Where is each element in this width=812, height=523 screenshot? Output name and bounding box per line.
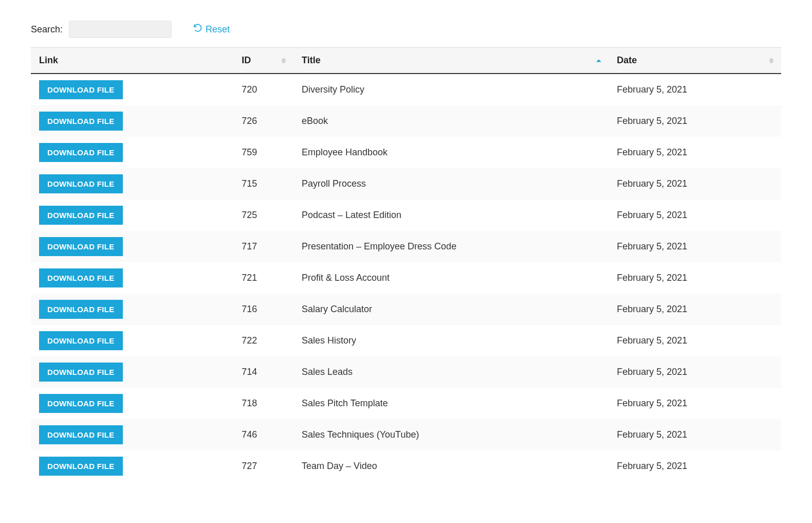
- reset-link[interactable]: Reset: [193, 24, 230, 35]
- cell-date: February 5, 2021: [608, 388, 781, 419]
- cell-title: Presentation – Employee Dress Code: [293, 231, 608, 262]
- table-row: DOWNLOAD FILE715Payroll ProcessFebruary …: [31, 168, 781, 200]
- download-button[interactable]: DOWNLOAD FILE: [39, 237, 123, 256]
- table-row: DOWNLOAD FILE721Profit & Loss AccountFeb…: [31, 262, 781, 294]
- cell-link: DOWNLOAD FILE: [31, 294, 233, 325]
- table-row: DOWNLOAD FILE718Sales Pitch TemplateFebr…: [31, 388, 781, 419]
- table-row: DOWNLOAD FILE722Sales HistoryFebruary 5,…: [31, 325, 781, 356]
- download-button[interactable]: DOWNLOAD FILE: [39, 268, 123, 287]
- cell-link: DOWNLOAD FILE: [31, 137, 233, 168]
- search-input[interactable]: [69, 21, 172, 38]
- cell-date: February 5, 2021: [608, 137, 781, 168]
- table-row: DOWNLOAD FILE714Sales LeadsFebruary 5, 2…: [31, 356, 781, 388]
- cell-id: 722: [233, 325, 293, 356]
- download-button[interactable]: DOWNLOAD FILE: [39, 174, 123, 193]
- cell-link: DOWNLOAD FILE: [31, 419, 233, 450]
- download-button[interactable]: DOWNLOAD FILE: [39, 425, 123, 444]
- cell-title: Profit & Loss Account: [293, 262, 608, 294]
- cell-date: February 5, 2021: [608, 231, 781, 262]
- cell-date: February 5, 2021: [608, 450, 781, 482]
- cell-link: DOWNLOAD FILE: [31, 388, 233, 419]
- cell-title: Sales Techniques (YouTube): [293, 419, 608, 450]
- sort-icon: [281, 58, 286, 63]
- table-row: DOWNLOAD FILE725Podcast – Latest Edition…: [31, 200, 781, 231]
- cell-link: DOWNLOAD FILE: [31, 231, 233, 262]
- cell-id: 714: [233, 356, 293, 388]
- cell-title: Employee Handbook: [293, 137, 608, 168]
- cell-date: February 5, 2021: [608, 168, 781, 200]
- cell-id: 716: [233, 294, 293, 325]
- reset-label: Reset: [206, 24, 230, 35]
- download-button[interactable]: DOWNLOAD FILE: [39, 331, 123, 350]
- table-row: DOWNLOAD FILE727Team Day – VideoFebruary…: [31, 450, 781, 482]
- cell-date: February 5, 2021: [608, 325, 781, 356]
- cell-id: 718: [233, 388, 293, 419]
- download-button[interactable]: DOWNLOAD FILE: [39, 363, 123, 382]
- download-button[interactable]: DOWNLOAD FILE: [39, 457, 123, 476]
- table-row: DOWNLOAD FILE726eBookFebruary 5, 2021: [31, 105, 781, 137]
- cell-title: Sales Pitch Template: [293, 388, 608, 419]
- cell-title: Salary Calculator: [293, 294, 608, 325]
- table-row: DOWNLOAD FILE746Sales Techniques (YouTub…: [31, 419, 781, 450]
- cell-id: 726: [233, 105, 293, 137]
- cell-title: Sales History: [293, 325, 608, 356]
- column-header-date[interactable]: Date: [608, 48, 781, 74]
- download-button[interactable]: DOWNLOAD FILE: [39, 112, 123, 131]
- download-button[interactable]: DOWNLOAD FILE: [39, 80, 123, 99]
- table-row: DOWNLOAD FILE720Diversity PolicyFebruary…: [31, 74, 781, 105]
- cell-title: Sales Leads: [293, 356, 608, 388]
- cell-title: Payroll Process: [293, 168, 608, 200]
- cell-link: DOWNLOAD FILE: [31, 200, 233, 231]
- cell-date: February 5, 2021: [608, 262, 781, 294]
- cell-link: DOWNLOAD FILE: [31, 74, 233, 105]
- download-button[interactable]: DOWNLOAD FILE: [39, 143, 123, 162]
- cell-link: DOWNLOAD FILE: [31, 356, 233, 388]
- cell-title: Diversity Policy: [293, 74, 608, 105]
- cell-id: 715: [233, 168, 293, 200]
- cell-link: DOWNLOAD FILE: [31, 105, 233, 137]
- cell-id: 717: [233, 231, 293, 262]
- cell-date: February 5, 2021: [608, 200, 781, 231]
- column-header-title[interactable]: Title: [293, 48, 608, 74]
- search-row: Search: Reset: [31, 21, 781, 38]
- cell-link: DOWNLOAD FILE: [31, 450, 233, 482]
- cell-id: 746: [233, 419, 293, 450]
- cell-id: 727: [233, 450, 293, 482]
- column-header-id[interactable]: ID: [233, 48, 293, 74]
- cell-id: 721: [233, 262, 293, 294]
- undo-icon: [193, 24, 202, 35]
- cell-id: 725: [233, 200, 293, 231]
- sort-icon: [769, 58, 774, 63]
- cell-date: February 5, 2021: [608, 294, 781, 325]
- download-button[interactable]: DOWNLOAD FILE: [39, 394, 123, 413]
- cell-id: 759: [233, 137, 293, 168]
- cell-id: 720: [233, 74, 293, 105]
- cell-date: February 5, 2021: [608, 105, 781, 137]
- cell-date: February 5, 2021: [608, 356, 781, 388]
- column-header-link[interactable]: Link: [31, 48, 233, 74]
- table-row: DOWNLOAD FILE717Presentation – Employee …: [31, 231, 781, 262]
- cell-link: DOWNLOAD FILE: [31, 325, 233, 356]
- table-row: DOWNLOAD FILE716Salary CalculatorFebruar…: [31, 294, 781, 325]
- cell-title: Podcast – Latest Edition: [293, 200, 608, 231]
- cell-title: eBook: [293, 105, 608, 137]
- cell-link: DOWNLOAD FILE: [31, 168, 233, 200]
- cell-date: February 5, 2021: [608, 74, 781, 105]
- sort-asc-icon: [596, 59, 601, 62]
- search-label: Search:: [31, 24, 63, 35]
- download-button[interactable]: DOWNLOAD FILE: [39, 300, 123, 319]
- cell-link: DOWNLOAD FILE: [31, 262, 233, 294]
- files-table: Link ID Title Date DOWNLOAD: [31, 47, 781, 482]
- cell-title: Team Day – Video: [293, 450, 608, 482]
- download-button[interactable]: DOWNLOAD FILE: [39, 206, 123, 225]
- cell-date: February 5, 2021: [608, 419, 781, 450]
- table-row: DOWNLOAD FILE759Employee HandbookFebruar…: [31, 137, 781, 168]
